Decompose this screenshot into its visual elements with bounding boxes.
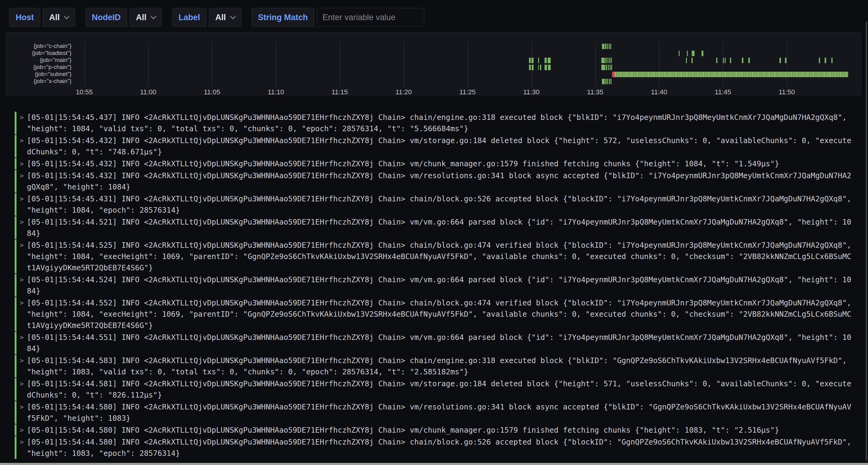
log-level-bar (15, 158, 17, 169)
gridline (404, 42, 404, 87)
gridline (787, 42, 787, 87)
time-axis-label: 11:20 (382, 88, 425, 96)
gridline (148, 42, 149, 87)
log-volume-segment (742, 58, 743, 63)
log-volume-segment (716, 58, 717, 63)
string-match-label[interactable]: String Match (252, 8, 315, 27)
expand-row-icon[interactable]: > (18, 332, 25, 354)
expand-row-icon[interactable]: > (18, 170, 25, 193)
variable-value-input[interactable] (317, 8, 424, 27)
log-level-bar (15, 332, 17, 354)
log-volume-segment (602, 44, 604, 49)
log-row[interactable]: >[05-01|15:54:44.580] INFO <2AcRkXTLLtQj… (15, 436, 868, 459)
log-row[interactable]: >[05-01|15:54:44.525] INFO <2AcRkXTLLtQj… (15, 239, 868, 273)
log-row[interactable]: >[05-01|15:54:45.432] INFO <2AcRkXTLLtQj… (15, 158, 868, 169)
expand-row-icon[interactable]: > (18, 436, 25, 459)
log-volume-segment (825, 58, 826, 63)
expand-row-icon[interactable]: > (18, 378, 25, 401)
chevron-down-icon (151, 13, 156, 19)
log-row[interactable]: >[05-01|15:54:45.432] INFO <2AcRkXTLLtQj… (15, 170, 868, 193)
log-row[interactable]: >[05-01|15:54:44.552] INFO <2AcRkXTLLtQj… (15, 297, 868, 331)
log-message: [05-01|15:54:45.437] INFO <2AcRkXTLLtQjv… (27, 112, 847, 134)
graph-series-label: {job="subnet"} (6, 71, 71, 77)
log-volume-segment (702, 51, 703, 56)
expand-row-icon[interactable]: > (18, 158, 25, 169)
nodeid-variable-select[interactable]: All (129, 8, 162, 27)
host-variable-group: Host All (9, 8, 75, 27)
log-volume-segment (602, 79, 605, 84)
log-row[interactable]: >[05-01|15:54:45.432] INFO <2AcRkXTLLtQj… (15, 135, 868, 158)
log-volume-segment (612, 72, 615, 77)
horizontal-scrollbar-thumb[interactable] (0, 463, 868, 465)
gridline (531, 42, 532, 87)
expand-row-icon[interactable]: > (18, 216, 25, 239)
expand-row-icon[interactable]: > (18, 112, 25, 134)
log-message: [05-01|15:54:44.551] INFO <2AcRkXTLLtQjv… (27, 332, 851, 354)
log-volume-segment (548, 65, 551, 70)
log-row[interactable]: >[05-01|15:54:44.524] INFO <2AcRkXTLLtQj… (15, 274, 868, 297)
vertical-scrollbar-thumb[interactable] (866, 21, 867, 461)
time-axis-label: 11:45 (702, 88, 744, 96)
expand-row-icon[interactable]: > (18, 355, 25, 377)
expand-row-icon[interactable]: > (18, 193, 25, 216)
expand-row-icon[interactable]: > (18, 239, 25, 273)
log-volume-panel[interactable]: {job="c-chain"}{job="loadtest"}{job="mai… (6, 32, 861, 95)
expand-row-icon[interactable]: > (18, 297, 25, 331)
log-message: [05-01|15:54:44.580] INFO <2AcRkXTLLtQjv… (27, 401, 851, 424)
log-volume-segment (730, 58, 731, 63)
log-message: [05-01|15:54:44.525] INFO <2AcRkXTLLtQjv… (27, 239, 851, 273)
log-row[interactable]: >[05-01|15:54:45.437] INFO <2AcRkXTLLtQj… (15, 112, 868, 134)
log-volume-segment (609, 58, 610, 63)
expand-row-icon[interactable]: > (18, 424, 25, 436)
expand-row-icon[interactable]: > (18, 401, 25, 424)
time-axis-label: 10:55 (63, 88, 106, 96)
host-selected-value: All (49, 13, 60, 22)
log-volume-segment (545, 58, 547, 63)
log-volume-segment (608, 58, 609, 63)
time-axis-label: 11:25 (446, 88, 489, 96)
log-volume-segment (611, 58, 612, 63)
log-row[interactable]: >[05-01|15:54:44.580] INFO <2AcRkXTLLtQj… (15, 401, 868, 424)
host-variable-label[interactable]: Host (9, 8, 40, 27)
log-level-bar (15, 274, 17, 297)
log-row[interactable]: >[05-01|15:54:44.580] INFO <2AcRkXTLLtQj… (15, 424, 868, 436)
log-volume-segment (540, 65, 541, 70)
graph-series-label: {job="main"} (6, 57, 71, 63)
gridline (84, 42, 85, 87)
chevron-down-icon (64, 13, 69, 19)
log-volume-segment (748, 58, 750, 63)
host-variable-select[interactable]: All (43, 8, 75, 27)
log-row[interactable]: >[05-01|15:54:44.551] INFO <2AcRkXTLLtQj… (15, 332, 868, 354)
graph-series-label: {job="x-chain"} (6, 78, 71, 85)
expand-row-icon[interactable]: > (18, 274, 25, 297)
log-volume-segment (529, 58, 531, 63)
log-message: [05-01|15:54:45.432] INFO <2AcRkXTLLtQjv… (27, 170, 851, 193)
label-selected-value: All (215, 13, 226, 22)
log-level-bar (15, 355, 17, 377)
time-axis-label: 11:10 (254, 88, 297, 96)
log-message: [05-01|15:54:44.552] INFO <2AcRkXTLLtQjv… (27, 297, 851, 331)
log-row[interactable]: >[05-01|15:54:44.521] INFO <2AcRkXTLLtQj… (15, 216, 868, 239)
log-level-bar (15, 170, 17, 193)
log-volume-segment (609, 79, 610, 84)
log-level-bar (15, 193, 17, 216)
label-variable-select[interactable]: All (209, 8, 241, 27)
gridline (340, 42, 340, 87)
log-row[interactable]: >[05-01|15:54:45.431] INFO <2AcRkXTLLtQj… (15, 193, 868, 216)
nodeid-variable-label[interactable]: NodeID (86, 8, 127, 27)
expand-row-icon[interactable]: > (18, 135, 25, 158)
label-variable-label[interactable]: Label (172, 8, 207, 27)
time-axis-label: 11:50 (765, 88, 808, 96)
log-message: [05-01|15:54:44.581] INFO <2AcRkXTLLtQjv… (27, 378, 851, 401)
log-volume-segment (531, 58, 533, 63)
log-volume-segment (606, 65, 607, 70)
gridline (595, 42, 596, 87)
gridline (468, 42, 468, 87)
log-row[interactable]: >[05-01|15:54:44.581] INFO <2AcRkXTLLtQj… (15, 378, 868, 401)
graph-series-label: {job="loadtest"} (6, 50, 71, 57)
time-axis-label: 11:40 (638, 88, 680, 96)
log-row[interactable]: >[05-01|15:54:44.583] INFO <2AcRkXTLLtQj… (15, 355, 868, 377)
log-volume-segment (538, 58, 539, 63)
log-volume-segment (610, 44, 611, 49)
log-volume-segment (610, 65, 611, 70)
